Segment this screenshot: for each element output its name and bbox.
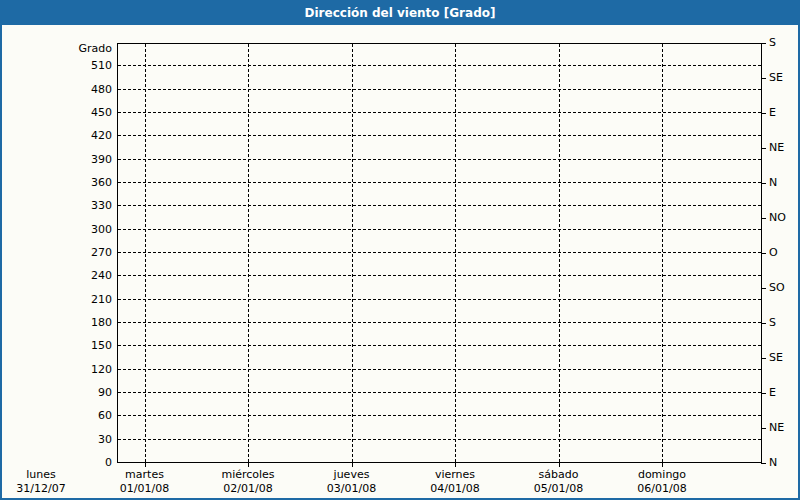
x-gridline bbox=[248, 44, 249, 462]
y-tick-label: 510 bbox=[42, 59, 112, 73]
y-tick-label: 420 bbox=[42, 129, 112, 143]
x-day-label: viernes04/01/08 bbox=[403, 468, 507, 495]
x-axis-tick bbox=[559, 463, 560, 467]
y-gridline bbox=[118, 415, 761, 416]
y-tick-label: 330 bbox=[42, 199, 112, 213]
x-gridline bbox=[145, 44, 146, 462]
compass-tick bbox=[761, 148, 766, 149]
x-day-name: miércoles bbox=[196, 468, 300, 481]
y-tick-label: 180 bbox=[42, 316, 112, 330]
y-gridline bbox=[118, 89, 761, 90]
compass-label: S bbox=[769, 316, 776, 330]
plot-area bbox=[117, 43, 762, 463]
x-gridline bbox=[662, 44, 663, 462]
y-gridline bbox=[118, 182, 761, 183]
compass-label: SO bbox=[769, 281, 785, 295]
x-axis-tick bbox=[145, 463, 146, 467]
x-axis-tick bbox=[662, 463, 663, 467]
x-day-name: sábado bbox=[507, 468, 611, 481]
y-tick-label: 150 bbox=[42, 339, 112, 353]
y-tick-label: 390 bbox=[42, 153, 112, 167]
x-day-label: miércoles02/01/08 bbox=[196, 468, 300, 495]
compass-tick bbox=[761, 393, 766, 394]
y-gridline bbox=[118, 159, 761, 160]
y-tick-label: 450 bbox=[42, 106, 112, 120]
compass-label: NE bbox=[769, 421, 784, 435]
x-day-name: lunes bbox=[0, 468, 93, 481]
y-gridline bbox=[118, 112, 761, 113]
compass-label: N bbox=[769, 176, 777, 190]
chart-title-bar: Dirección del viento [Grado] bbox=[2, 2, 798, 25]
y-tick-label: 90 bbox=[42, 386, 112, 400]
x-gridline bbox=[455, 44, 456, 462]
x-day-label: lunes31/12/07 bbox=[0, 468, 93, 495]
compass-label: E bbox=[769, 106, 776, 120]
y-tick-label: 300 bbox=[42, 223, 112, 237]
compass-label: E bbox=[769, 386, 776, 400]
y-gridline bbox=[118, 392, 761, 393]
compass-tick bbox=[761, 288, 766, 289]
x-day-date: 06/01/08 bbox=[610, 482, 714, 495]
y-tick-label: 480 bbox=[42, 83, 112, 97]
y-gridline bbox=[118, 135, 761, 136]
x-day-label: domingo06/01/08 bbox=[610, 468, 714, 495]
y-gridline bbox=[118, 439, 761, 440]
compass-tick bbox=[761, 43, 766, 44]
x-day-name: martes bbox=[93, 468, 197, 481]
x-day-name: jueves bbox=[300, 468, 404, 481]
compass-tick bbox=[761, 253, 766, 254]
y-gridline bbox=[118, 299, 761, 300]
x-day-date: 31/12/07 bbox=[0, 482, 93, 495]
compass-tick bbox=[761, 218, 766, 219]
y-gridline bbox=[118, 322, 761, 323]
chart-title: Dirección del viento [Grado] bbox=[305, 6, 496, 20]
y-tick-label: 360 bbox=[42, 176, 112, 190]
compass-label: NE bbox=[769, 141, 784, 155]
x-axis-tick bbox=[248, 463, 249, 467]
x-day-name: viernes bbox=[403, 468, 507, 481]
compass-tick bbox=[761, 323, 766, 324]
y-gridline bbox=[118, 369, 761, 370]
x-axis-tick bbox=[455, 463, 456, 467]
y-gridline bbox=[118, 345, 761, 346]
x-day-date: 02/01/08 bbox=[196, 482, 300, 495]
compass-label: N bbox=[769, 456, 777, 470]
x-day-label: sábado05/01/08 bbox=[507, 468, 611, 495]
y-gridline bbox=[118, 275, 761, 276]
compass-tick bbox=[761, 78, 766, 79]
x-day-date: 04/01/08 bbox=[403, 482, 507, 495]
y-gridline bbox=[118, 252, 761, 253]
y-gridline bbox=[118, 229, 761, 230]
compass-label: SE bbox=[769, 351, 783, 365]
y-tick-label: 120 bbox=[42, 363, 112, 377]
compass-label: SE bbox=[769, 71, 783, 85]
compass-tick bbox=[761, 183, 766, 184]
y-tick-label: 210 bbox=[42, 293, 112, 307]
x-gridline bbox=[559, 44, 560, 462]
y-gridline bbox=[118, 65, 761, 66]
x-day-date: 03/01/08 bbox=[300, 482, 404, 495]
compass-label: O bbox=[769, 246, 778, 260]
compass-label: NO bbox=[769, 211, 786, 225]
y-axis-unit-label: Grado bbox=[42, 42, 112, 56]
y-tick-label: 30 bbox=[42, 433, 112, 447]
x-day-label: jueves03/01/08 bbox=[300, 468, 404, 495]
compass-tick bbox=[761, 113, 766, 114]
x-day-date: 05/01/08 bbox=[507, 482, 611, 495]
compass-tick bbox=[761, 463, 766, 464]
wind-direction-chart-window: Dirección del viento [Grado] Grado 03060… bbox=[0, 0, 800, 500]
compass-tick bbox=[761, 428, 766, 429]
compass-tick bbox=[761, 358, 766, 359]
y-tick-label: 240 bbox=[42, 269, 112, 283]
compass-label: S bbox=[769, 36, 776, 50]
y-tick-label: 270 bbox=[42, 246, 112, 260]
x-day-date: 01/01/08 bbox=[93, 482, 197, 495]
x-gridline bbox=[352, 44, 353, 462]
y-gridline bbox=[118, 205, 761, 206]
y-tick-label: 60 bbox=[42, 409, 112, 423]
x-day-name: domingo bbox=[610, 468, 714, 481]
x-day-label: martes01/01/08 bbox=[93, 468, 197, 495]
x-axis-tick bbox=[352, 463, 353, 467]
